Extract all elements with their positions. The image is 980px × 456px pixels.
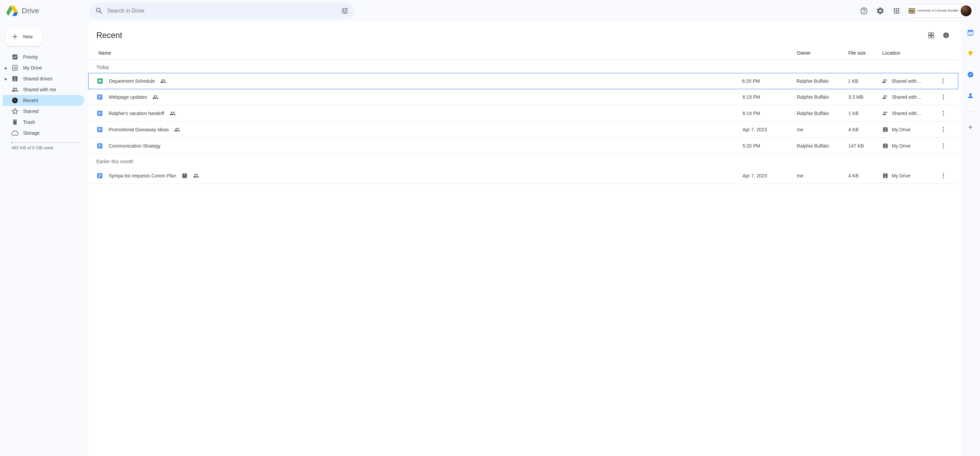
- file-row[interactable]: Communication Strategy5:20 PMRalphie Buf…: [88, 138, 958, 154]
- file-name: Webpage updates: [108, 94, 147, 100]
- table-header: Name Owner File size Location: [88, 46, 958, 60]
- nav-starred[interactable]: Starred: [3, 106, 84, 117]
- contacts-addon[interactable]: [964, 89, 977, 102]
- svg-rect-45: [968, 30, 973, 32]
- nav-priority[interactable]: Priority: [3, 52, 84, 62]
- file-owner: Ralphie Buffalo: [797, 143, 848, 149]
- more-actions-button[interactable]: [938, 140, 949, 151]
- drive-logo-text: Drive: [22, 6, 39, 15]
- tasks-icon: [967, 71, 974, 78]
- file-size: 4 KB: [848, 173, 882, 178]
- svg-text:CU: CU: [910, 10, 914, 13]
- svg-point-6: [942, 79, 943, 80]
- col-location[interactable]: Location: [882, 50, 937, 56]
- file-row[interactable]: Ralphie's vacation handoff6:19 PMRalphie…: [88, 105, 958, 121]
- side-panel: 31: [961, 22, 980, 456]
- org-badge[interactable]: CU University of Colorado Boulder: [906, 4, 975, 17]
- svg-point-21: [943, 113, 944, 114]
- more-actions-button[interactable]: [938, 108, 949, 119]
- settings-button[interactable]: [873, 4, 887, 17]
- search-bar[interactable]: [89, 3, 354, 19]
- chevron-right-icon[interactable]: ▶: [5, 77, 8, 81]
- svg-point-41: [943, 173, 944, 174]
- col-name[interactable]: Name: [96, 50, 743, 56]
- more-actions-button[interactable]: [938, 92, 949, 102]
- nav-storage[interactable]: Storage: [3, 127, 84, 138]
- shared-with-me-icon: [11, 86, 18, 93]
- location-icon: [882, 173, 888, 179]
- col-size[interactable]: File size: [848, 50, 882, 56]
- get-addons[interactable]: [964, 121, 977, 134]
- file-name: Sympa list requests Comm Plan: [108, 173, 176, 178]
- nav: Priority ▶ My Drive ▶ Shared drives Shar…: [3, 52, 88, 138]
- svg-rect-24: [99, 128, 101, 129]
- nav-shared-with-me[interactable]: Shared with me: [3, 84, 84, 95]
- search-input[interactable]: [106, 8, 338, 14]
- svg-point-36: [943, 147, 944, 148]
- nav-recent[interactable]: Recent: [3, 95, 84, 106]
- docs-icon: [96, 172, 103, 179]
- file-location[interactable]: Shared with…: [882, 78, 936, 84]
- location-icon: [882, 127, 888, 133]
- nav-trash[interactable]: Trash: [3, 117, 84, 127]
- keep-addon[interactable]: [964, 47, 977, 60]
- file-row[interactable]: Department Schedule6:20 PMRalphie Buffal…: [88, 73, 958, 89]
- new-button[interactable]: New: [5, 27, 42, 46]
- svg-rect-25: [99, 129, 101, 130]
- search-icon: [95, 7, 103, 15]
- org-name: University of Colorado Boulder: [917, 9, 959, 13]
- search-options-button[interactable]: [338, 4, 352, 17]
- storage-bar: [11, 142, 80, 143]
- col-owner[interactable]: Owner: [797, 50, 848, 56]
- support-button[interactable]: [857, 4, 871, 17]
- svg-rect-31: [99, 144, 101, 145]
- tasks-addon[interactable]: [964, 68, 977, 81]
- file-location[interactable]: My Drive: [882, 173, 937, 179]
- svg-point-13: [943, 94, 944, 95]
- svg-rect-32: [99, 146, 101, 146]
- page-title: Recent: [96, 30, 924, 40]
- file-location[interactable]: My Drive: [882, 143, 937, 149]
- sidebar: New Priority ▶ My Drive ▶ Shared drives: [0, 22, 88, 456]
- priority-icon: [11, 54, 18, 60]
- info-button[interactable]: [939, 29, 953, 42]
- svg-rect-11: [99, 97, 101, 97]
- more-actions-button[interactable]: [938, 124, 949, 135]
- chevron-right-icon[interactable]: ▶: [5, 66, 8, 70]
- apps-button[interactable]: [890, 4, 903, 17]
- keep-icon: [967, 50, 974, 57]
- file-size: 3.3 MB: [848, 94, 882, 100]
- docs-icon: [96, 126, 103, 133]
- svg-rect-18: [99, 113, 101, 114]
- svg-rect-26: [99, 130, 100, 131]
- grid-view-button[interactable]: [924, 29, 938, 42]
- location-icon: [882, 78, 888, 84]
- calendar-icon: 31: [967, 29, 974, 36]
- file-row[interactable]: Promotional Giveaway ideasApr 7, 2023me4…: [88, 121, 958, 138]
- svg-rect-17: [99, 112, 101, 112]
- file-location[interactable]: Shared with…: [882, 110, 937, 116]
- file-row[interactable]: Sympa list requests Comm PlanApr 7, 2023…: [88, 168, 958, 184]
- file-size: 1 KB: [848, 111, 882, 116]
- more-actions-button[interactable]: [938, 76, 948, 86]
- calendar-addon[interactable]: 31: [964, 26, 977, 39]
- trash-icon: [11, 119, 18, 126]
- nav-shared-drives[interactable]: ▶ Shared drives: [3, 73, 84, 84]
- more-actions-button[interactable]: [938, 170, 949, 181]
- file-row[interactable]: Webpage updates6:19 PMRalphie Buffalo3.3…: [88, 89, 958, 105]
- file-location[interactable]: My Drive: [882, 127, 937, 133]
- file-size: 1 KB: [848, 78, 882, 84]
- file-size: 147 KB: [848, 143, 882, 149]
- file-owner: Ralphie Buffalo: [797, 94, 848, 100]
- file-location[interactable]: Shared with…: [882, 94, 937, 100]
- gear-icon: [876, 7, 884, 15]
- org-logo-icon: CU: [908, 8, 915, 14]
- nav-my-drive[interactable]: ▶ My Drive: [3, 62, 84, 73]
- svg-point-28: [943, 129, 944, 130]
- svg-point-20: [943, 111, 944, 112]
- group-label: Earlier this month: [88, 154, 958, 168]
- docs-icon: [96, 110, 103, 117]
- account-avatar[interactable]: [961, 5, 972, 16]
- search-button[interactable]: [92, 4, 106, 17]
- drive-logo[interactable]: Drive: [5, 4, 87, 17]
